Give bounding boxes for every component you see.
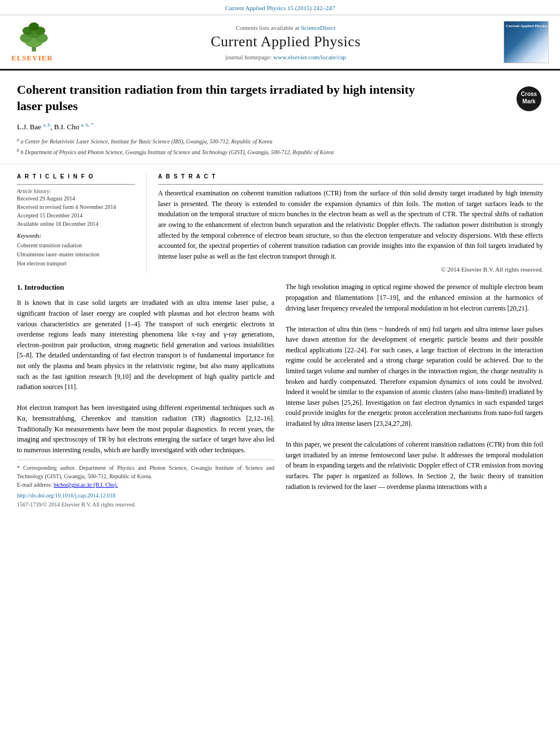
article-info-heading: A R T I C L E I N F O	[17, 173, 135, 180]
right-para-1: The high resolution imaging in optical r…	[286, 282, 543, 313]
section-number: 1.	[17, 283, 23, 291]
svg-text:Cross: Cross	[521, 91, 537, 97]
divider	[17, 184, 135, 185]
journal-title: Current Applied Physics	[79, 33, 492, 50]
keyword-2: Ultraintense laser–matter interaction	[17, 250, 135, 259]
journal-cover-image: Current Applied Physics	[504, 21, 549, 63]
section-name: Introduction	[24, 283, 64, 291]
left-content-column: 1. Introduction It is known that in case…	[17, 282, 274, 509]
journal-header-center: Contents lists available at ScienceDirec…	[79, 24, 492, 60]
intro-paragraph-2: Hot electron transport has been investig…	[17, 403, 274, 455]
science-direct-line: Contents lists available at ScienceDirec…	[79, 24, 492, 31]
paper-title: Coherent transition radiation from thin …	[17, 82, 440, 114]
intro-section-title: 1. Introduction	[17, 282, 274, 293]
publisher-logo-area: ELSEVIER	[11, 21, 79, 63]
received-date: Received 29 August 2014	[17, 195, 135, 202]
article-info-panel: A R T I C L E I N F O Article history: R…	[17, 173, 147, 273]
top-bar: Current Applied Physics 15 (2015) 242–24…	[0, 0, 560, 15]
copyright-line: © 2014 Elsevier B.V. All rights reserved…	[158, 266, 543, 273]
journal-header: ELSEVIER Contents lists available at Sci…	[0, 15, 560, 71]
journal-ref-link[interactable]: Current Applied Physics 15 (2015) 242–24…	[225, 5, 335, 11]
email-link[interactable]: bicho@gist.ac.kr (B.I. Cho).	[54, 482, 118, 488]
article-history-label: Article history:	[17, 188, 135, 194]
abstract-heading: A B S T R A C T	[158, 173, 543, 180]
keyword-1: Coherent transition radiation	[17, 241, 135, 250]
affiliation-a: a a Center for Relativistic Laser Scienc…	[17, 137, 543, 146]
elsevier-tree-icon	[11, 21, 56, 53]
keyword-3: Hot electron transport	[17, 259, 135, 268]
right-para-2: The interaction of ultra thin (tens ~ hu…	[286, 324, 543, 429]
available-online-date: Available online 18 December 2014	[17, 221, 135, 227]
intro-paragraph-1: It is known that in case solid targets a…	[17, 298, 274, 392]
svg-text:Mark: Mark	[522, 98, 536, 104]
elsevier-logo: ELSEVIER	[11, 21, 79, 63]
article-info-abstract-section: A R T I C L E I N F O Article history: R…	[0, 164, 560, 273]
accepted-date: Accepted 15 December 2014	[17, 212, 135, 219]
right-content-column: The high resolution imaging in optical r…	[286, 282, 543, 509]
right-para-3: In this paper, we present the calculatio…	[286, 439, 543, 492]
abstract-text: A theoretical examination on coherent tr…	[158, 188, 543, 261]
received-revised-date: Received in revised form 4 November 2014	[17, 204, 135, 210]
science-direct-link[interactable]: ScienceDirect	[301, 24, 336, 31]
abstract-panel: A B S T R A C T A theoretical examinatio…	[147, 173, 543, 273]
doi-section: http://dx.doi.org/10.1016/j.cap.2014.12.…	[17, 491, 274, 500]
footnote-section: * Corresponding author. Department of Ph…	[17, 460, 274, 489]
corresponding-author-note: * Corresponding author. Department of Ph…	[17, 464, 274, 480]
crossmark-area: Cross Mark	[515, 85, 543, 115]
main-content: 1. Introduction It is known that in case…	[0, 282, 560, 509]
paper-title-section: Cross Mark Coherent transition radiation…	[0, 71, 560, 164]
keywords-label: Keywords:	[17, 233, 135, 239]
elsevier-wordmark: ELSEVIER	[11, 54, 53, 63]
authors-line: L.J. Bae a, b, B.I. Cho a, b, *	[17, 122, 543, 132]
affiliation-b: b b Department of Physics and Photon Sci…	[17, 147, 543, 156]
svg-point-7	[29, 23, 39, 31]
abstract-divider	[158, 184, 543, 185]
email-line: E-mail address: bicho@gist.ac.kr (B.I. C…	[17, 480, 274, 489]
homepage-link[interactable]: www.elsevier.com/locate/cap	[273, 54, 346, 60]
doi-link[interactable]: http://dx.doi.org/10.1016/j.cap.2014.12.…	[17, 492, 116, 499]
journal-cover-area: Current Applied Physics	[492, 21, 549, 63]
journal-homepage: journal homepage: www.elsevier.com/locat…	[79, 54, 492, 60]
issn-line: 1567-1739/© 2014 Elsevier B.V. All right…	[17, 500, 274, 509]
cover-text: Current Applied Physics	[506, 24, 547, 28]
crossmark-icon: Cross Mark	[515, 85, 543, 113]
